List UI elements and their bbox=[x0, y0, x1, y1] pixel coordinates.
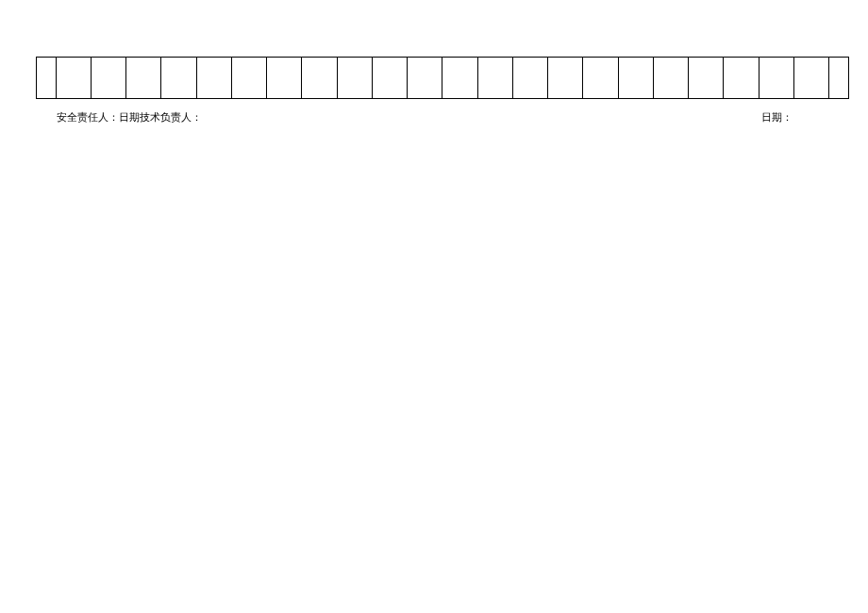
empty-grid-table bbox=[36, 57, 849, 99]
date-label: 日期： bbox=[761, 110, 793, 124]
table-cell bbox=[161, 58, 196, 99]
table-cell bbox=[793, 58, 828, 99]
table-cell bbox=[196, 58, 231, 99]
table-cell bbox=[829, 58, 849, 99]
table-cell bbox=[408, 58, 442, 99]
table-cell bbox=[689, 58, 724, 99]
table-cell bbox=[231, 58, 266, 99]
table-cell bbox=[653, 58, 688, 99]
table-cell bbox=[337, 58, 372, 99]
table-cell bbox=[302, 58, 337, 99]
table-cell bbox=[477, 58, 512, 99]
table-cell bbox=[512, 58, 547, 99]
table-cell bbox=[618, 58, 653, 99]
table-row bbox=[37, 58, 849, 99]
table-cell bbox=[583, 58, 618, 99]
table-cell bbox=[126, 58, 161, 99]
table-cell bbox=[91, 58, 125, 99]
table-cell bbox=[37, 58, 57, 99]
safety-responsible-label: 安全责任人：日期技术负责人： bbox=[57, 110, 202, 124]
table-cell bbox=[548, 58, 583, 99]
table-cell bbox=[267, 58, 302, 99]
table-cell bbox=[56, 58, 91, 99]
table-cell bbox=[724, 58, 759, 99]
table-cell bbox=[759, 58, 793, 99]
table-cell bbox=[442, 58, 477, 99]
signature-line: 安全责任人：日期技术负责人： 日期： bbox=[57, 110, 811, 124]
table-cell bbox=[372, 58, 407, 99]
data-table bbox=[36, 57, 849, 99]
